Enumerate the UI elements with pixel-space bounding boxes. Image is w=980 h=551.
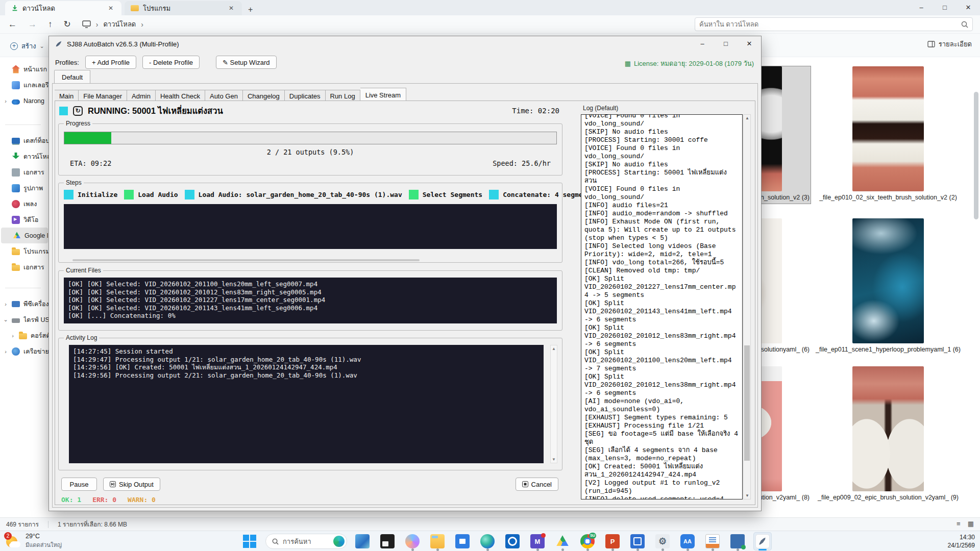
folder-icon [12,249,20,255]
breadcrumb-location[interactable]: ดาวน์โหลด [103,19,136,30]
sidebar-item[interactable]: เอกสาร [0,259,49,275]
aa-app-icon[interactable]: AA [678,532,697,550]
sync-icon: ↻ [73,106,83,116]
photos-icon[interactable] [378,532,397,550]
license-status: ▦ License: หมดอายุ: 2029-01-08 (1079 วัน… [625,58,754,69]
sidebar-item[interactable]: ⌄ ไดรฟ์ US [0,312,49,328]
sidebar-item[interactable]: วิดีโอ [0,212,49,228]
explorer-tab-downloads[interactable]: ดาวน์โหลด ✕ [5,1,121,15]
sidebar-item[interactable]: แกลเลอรี [0,77,49,93]
details-pane-button[interactable]: รายละเอียด [927,39,972,49]
explorer-search-box[interactable] [695,17,973,31]
horizontal-scrollbar[interactable] [72,259,420,261]
sidebar-item[interactable]: โปรแกรม [0,243,49,259]
file-item[interactable]: _file_ep010_02_six_teeth_brush_solution_… [812,66,965,202]
file-item[interactable]: _file_ep011_scene1_hyperloop_problemyaml… [812,218,965,354]
sidebar-item[interactable]: เพลง [0,196,49,212]
settings-gear-icon[interactable]: ⚙ [653,532,672,550]
log-line: [INFO] audio_mode=random -> shuffled [584,210,739,218]
new-button[interactable]: + สร้าง ⌄ [5,38,50,55]
notes-list-icon[interactable] [703,532,722,550]
start-button[interactable] [243,535,256,548]
log-text-area[interactable]: [VOICE] Found 0 files in vdo_long_sound/… [581,114,743,499]
scroll-up-icon[interactable]: ▲ [552,346,556,351]
close-button[interactable]: ✕ [738,36,761,52]
profile-tab-default[interactable]: Default [54,70,90,84]
expand-chevron[interactable]: › [3,98,8,104]
scroll-up-icon[interactable]: ▲ [745,116,749,120]
powerpoint-icon[interactable]: P [603,532,622,550]
search-input[interactable] [699,20,961,28]
close-button[interactable]: ✕ [957,0,980,15]
expand-chevron[interactable]: ⌄ [3,316,8,323]
log-line: [OK] Created: 50001 ไฟเหลี่ยมแต่งสวน_1_2… [584,463,739,479]
refresh-button[interactable]: ↻ [64,19,71,30]
setup-wizard-button[interactable]: ✎ Setup Wizard [216,56,277,69]
expand-chevron[interactable]: › [3,348,8,355]
taskbar-search[interactable]: การค้นหา [265,534,347,549]
add-profile-button[interactable]: + Add Profile [85,56,136,69]
sidebar-item[interactable]: Google Drive [1,228,48,243]
dialog-title-bar[interactable]: SJ88 AutoBatch v26.5.3 (Multi-Profile) –… [49,36,761,52]
sidebar-item[interactable]: เอกสาร [0,164,49,180]
edge-icon[interactable] [478,532,497,550]
sidebar-item[interactable]: › คอร์สตั [0,328,49,343]
remote-pc-icon[interactable] [728,532,747,550]
sidebar-item[interactable]: › เครือข่าย [0,343,49,359]
maximize-button[interactable]: □ [714,36,738,52]
explorer-tab-programs[interactable]: โปรแกรม ✕ [125,1,242,15]
google-drive-icon[interactable] [553,532,572,550]
delete-profile-button[interactable]: - Delete Profile [142,56,200,69]
blue-app-icon[interactable] [628,532,647,550]
back-button[interactable]: ← [8,19,17,30]
sidebar-item[interactable]: เดสก์ท็อป [0,133,49,148]
breadcrumb[interactable]: › ดาวน์โหลด › [82,19,143,30]
close-tab-icon[interactable]: ✕ [105,4,116,13]
sidebar-item[interactable]: รูปภาพ [0,180,49,196]
scroll-down-icon[interactable]: ▼ [745,493,749,498]
list-view-icon[interactable]: ≡ [957,520,961,528]
log-line: [SEG] เลือกได้ 4 segments จาก 4 base (ma… [584,446,739,463]
file-explorer-icon[interactable] [428,532,447,550]
close-tab-icon[interactable]: ✕ [226,4,237,13]
pause-button[interactable]: Pause [61,478,97,491]
explorer-scrollbar[interactable] [974,92,978,219]
chrome-icon[interactable] [578,532,597,550]
scrollbar-thumb[interactable] [744,345,750,461]
taskbar-clock[interactable]: 14:30 24/1/2569 [948,533,975,549]
purple-app-icon[interactable]: M [528,532,547,550]
explorer-tab-bar: ดาวน์โหลด ✕ โปรแกรม ✕ + – □ ✕ [0,0,980,15]
thumbnail-view-icon[interactable]: ▦ [968,520,974,528]
details-icon [927,41,935,47]
forward-button[interactable]: → [28,19,37,30]
cancel-button[interactable]: Cancel [516,478,558,491]
task-view-icon[interactable] [353,532,372,550]
search-icon[interactable] [961,21,968,28]
minimize-button[interactable]: – [910,0,933,15]
activity-log-scrollbar[interactable]: ▲ ▼ [550,345,557,463]
maximize-button[interactable]: □ [933,0,957,15]
sidebar-item-label: วิดีโอ [23,215,38,225]
weather-widget[interactable]: 2 29°C มีแดดส่วนใหญ่ [5,533,62,549]
step-color-square [409,190,419,199]
expand-chevron[interactable]: › [3,301,8,307]
copilot-icon[interactable] [403,532,422,550]
file-name: _file_ep011_scene1_hyperloop_problemyaml… [812,346,965,354]
minimize-button[interactable]: – [691,36,714,52]
sidebar-item[interactable]: › พีซีเครื่องนี้ [0,296,49,312]
outlook-icon[interactable] [503,532,522,550]
scroll-down-icon[interactable]: ▼ [552,457,556,462]
python-app-icon[interactable] [753,532,772,550]
log-scrollbar[interactable]: ▲ ▼ [743,114,751,499]
up-button[interactable]: ↑ [48,19,53,30]
sidebar-item[interactable]: ดาวน์โหลด [0,148,49,164]
file-item[interactable]: _file_ep009_02_epic_brush_solution_v2yam… [812,366,965,502]
skip-output-button[interactable]: Skip Output [103,478,160,491]
log-line: [VOICE] Found 0 files in vdo_long_sound/ [584,114,739,128]
new-tab-button[interactable]: + [242,4,259,15]
microsoft-store-icon[interactable] [453,532,472,550]
sidebar-item[interactable]: หน้าแรก [0,61,49,77]
sidebar-item[interactable]: › Narong [0,93,49,109]
current-files-groupbox: Current Files [OK] [OK] Selected: VID_20… [58,270,562,331]
expand-chevron[interactable]: › [10,333,15,339]
